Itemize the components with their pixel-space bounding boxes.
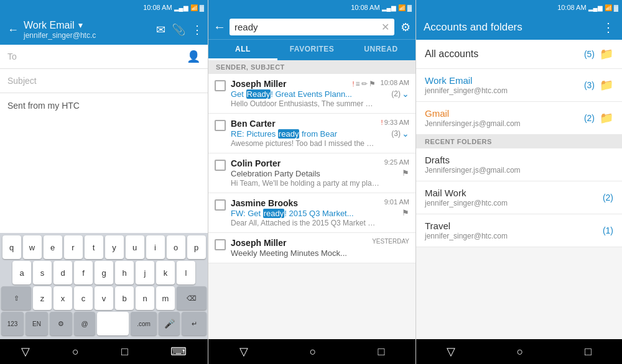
key-a[interactable]: a <box>12 261 31 284</box>
email-item-2[interactable]: Ben Carter RE: Pictures ready from Bear … <box>208 114 415 153</box>
settings-key[interactable]: ⚙ <box>50 312 72 335</box>
key-h[interactable]: h <box>115 261 134 284</box>
key-q[interactable]: q <box>2 235 21 259</box>
exclaim-icon-1: ! <box>352 80 354 88</box>
search-clear-button[interactable]: ✕ <box>381 21 389 33</box>
search-input[interactable] <box>234 22 381 32</box>
space-key[interactable] <box>97 312 129 335</box>
exclaim-icon-2: ! <box>381 119 383 126</box>
search-panel: 10:08 AM ▂▄▆ 📶 ▓ ← ✕ ⚙ ALL FAVORITES UNR… <box>208 0 415 364</box>
subject-input[interactable] <box>7 76 200 86</box>
wifi-icon-3: 📶 <box>605 4 612 11</box>
nav-back-3[interactable]: ▽ <box>447 345 455 358</box>
account-dropdown-arrow[interactable]: ▼ <box>77 21 85 30</box>
attach-icon[interactable]: 📎 <box>172 23 185 37</box>
key-s[interactable]: s <box>33 261 52 284</box>
key-n[interactable]: n <box>136 286 154 310</box>
dotcom-key[interactable]: .com <box>131 312 157 335</box>
to-input[interactable] <box>7 52 182 61</box>
nav-home-1[interactable]: ○ <box>72 345 79 358</box>
key-r[interactable]: r <box>64 235 83 259</box>
mic-key[interactable]: 🎤 <box>159 312 180 335</box>
nav-back-1[interactable]: ▽ <box>21 345 30 358</box>
email-item-5[interactable]: Joseph Miller Weekly Meeting Minutes Moc… <box>208 233 415 263</box>
key-p[interactable]: p <box>187 235 206 259</box>
email-checkbox-2[interactable] <box>215 120 226 131</box>
backspace-key[interactable]: ⌫ <box>177 286 207 310</box>
enter-key[interactable]: ↵ <box>182 312 207 335</box>
tab-all[interactable]: ALL <box>208 40 277 60</box>
email-sender-3: Colin Porter <box>231 158 281 168</box>
battery-icon-3: ▓ <box>614 4 618 11</box>
shift-key[interactable]: ⇧ <box>1 286 31 310</box>
nav-home-2[interactable]: ○ <box>310 345 317 358</box>
more-menu-compose[interactable]: ⋮ <box>192 23 203 37</box>
key-y[interactable]: y <box>105 235 124 259</box>
at-key[interactable]: @ <box>74 312 95 335</box>
folder-count-travel: (1) <box>603 225 613 235</box>
compose-title-text: Work Email <box>24 20 75 31</box>
nav-home-3[interactable]: ○ <box>517 345 524 358</box>
lang-key[interactable]: EN <box>26 312 48 335</box>
key-j[interactable]: j <box>136 261 154 284</box>
email-time-2: 9:33 AM <box>384 119 409 126</box>
compose-title: Work Email ▼ <box>24 20 151 31</box>
email-content-5: Joseph Miller Weekly Meeting Minutes Moc… <box>231 238 367 258</box>
key-k[interactable]: k <box>156 261 175 284</box>
account-row-work[interactable]: Work Email jennifer_singer@htc.com (3) 📁 <box>416 69 622 102</box>
all-accounts-row[interactable]: All accounts (5) 📁 <box>416 40 622 69</box>
nav-keyboard-1[interactable]: ⌨ <box>170 345 187 358</box>
key-d[interactable]: d <box>53 261 72 284</box>
tab-favorites[interactable]: FAVORITES <box>277 40 346 60</box>
compose-message-area[interactable]: Sent from my HTC <box>0 93 208 233</box>
email-time-1: 10:08 AM <box>381 79 409 86</box>
key-c[interactable]: c <box>74 286 93 310</box>
email-checkbox-1[interactable] <box>215 80 226 91</box>
num-key[interactable]: 123 <box>1 312 24 335</box>
account-folder-icon-gmail: 📁 <box>600 111 613 125</box>
tab-unread[interactable]: UNREAD <box>346 40 415 60</box>
account-folder-icon-work: 📁 <box>600 78 613 92</box>
nav-back-2[interactable]: ▽ <box>239 345 248 358</box>
accounts-panel: 10:08 AM ▂▄▆ 📶 ▓ Accounts and folders ⋮ … <box>415 0 622 364</box>
nav-recent-1[interactable]: □ <box>121 345 128 358</box>
nav-recent-3[interactable]: □ <box>585 345 592 358</box>
key-z[interactable]: z <box>33 286 52 310</box>
back-button-search[interactable]: ← <box>213 20 226 34</box>
key-b[interactable]: b <box>115 286 134 310</box>
key-v[interactable]: v <box>95 286 113 310</box>
key-u[interactable]: u <box>126 235 144 259</box>
account-right-gmail: (2) 📁 <box>584 111 613 125</box>
email-checkbox-4[interactable] <box>215 199 226 211</box>
folder-row-drafts[interactable]: Drafts Jennifersinger.js@gmail.com <box>416 148 622 181</box>
email-item-3[interactable]: Colin Porter Celebration Party Details H… <box>208 153 415 193</box>
email-checkbox-3[interactable] <box>215 160 226 171</box>
key-i[interactable]: i <box>146 235 165 259</box>
email-item-4[interactable]: Jasmine Brooks FW: Get ready! 2015 Q3 Ma… <box>208 193 415 233</box>
email-checkbox-5[interactable] <box>215 239 226 250</box>
contacts-icon[interactable]: 👤 <box>187 50 200 63</box>
key-x[interactable]: x <box>53 286 72 310</box>
accounts-list: All accounts (5) 📁 Work Email jennifer_s… <box>416 40 622 339</box>
nav-recent-2[interactable]: □ <box>378 345 385 358</box>
key-g[interactable]: g <box>95 261 113 284</box>
folder-row-travel[interactable]: Travel jennifer_singer@htc.com (1) <box>416 214 622 247</box>
flag2-icon-1: ⚑ <box>369 80 376 88</box>
account-row-gmail[interactable]: Gmail Jennifersinger.js@gmail.com (2) 📁 <box>416 102 622 135</box>
folder-row-mailwork[interactable]: Mail Work jennifer_singer@htc.com (2) <box>416 181 622 214</box>
search-highlight-4: ready <box>263 209 285 218</box>
key-e[interactable]: e <box>44 235 62 259</box>
key-l[interactable]: l <box>177 261 195 284</box>
key-w[interactable]: w <box>23 235 42 259</box>
key-t[interactable]: t <box>85 235 103 259</box>
compose-account-info: Work Email ▼ jennifer_singer@htc.c <box>24 20 151 40</box>
accounts-more-menu[interactable]: ⋮ <box>602 20 615 35</box>
search-settings-button[interactable]: ⚙ <box>401 20 411 34</box>
key-f[interactable]: f <box>74 261 93 284</box>
back-button-compose[interactable]: ← <box>7 24 19 37</box>
key-o[interactable]: o <box>167 235 185 259</box>
email-item-1[interactable]: Joseph Miller ! ≡ ✏ ⚑ Get Ready! Great E… <box>208 74 415 114</box>
key-m[interactable]: m <box>156 286 175 310</box>
folder-info-travel: Travel jennifer_singer@htc.com <box>425 221 603 240</box>
envelope-icon[interactable]: ✉ <box>156 23 165 37</box>
